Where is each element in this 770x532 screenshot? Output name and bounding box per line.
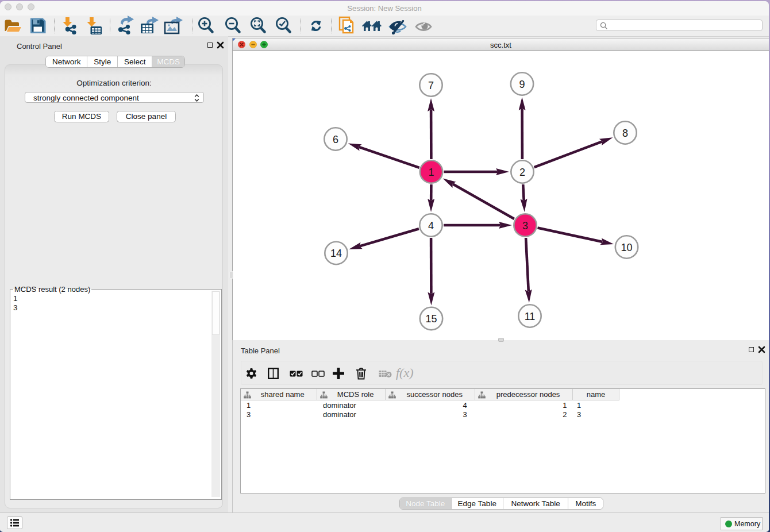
svg-text:4: 4 <box>428 220 434 232</box>
svg-text:2: 2 <box>519 167 525 178</box>
svg-text:9: 9 <box>519 79 525 90</box>
svg-text:1: 1 <box>428 167 434 178</box>
svg-text:15: 15 <box>425 313 437 325</box>
svg-text:11: 11 <box>525 311 536 322</box>
svg-text:14: 14 <box>330 248 342 259</box>
svg-text:7: 7 <box>428 80 434 91</box>
svg-text:8: 8 <box>622 128 628 139</box>
svg-text:10: 10 <box>621 242 632 253</box>
svg-text:3: 3 <box>522 220 528 232</box>
svg-text:6: 6 <box>333 134 338 145</box>
